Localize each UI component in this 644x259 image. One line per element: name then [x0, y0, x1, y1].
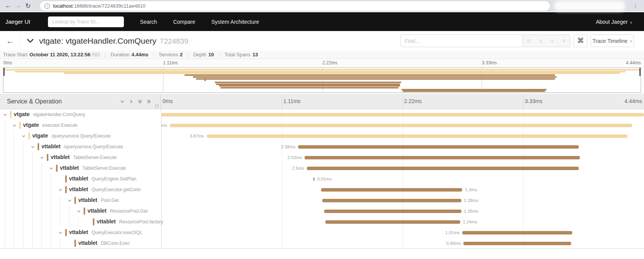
find-next-icon[interactable]: ∨ — [550, 38, 554, 44]
span-duration-bar[interactable] — [322, 199, 461, 202]
span-row-queryengine-getplan[interactable]: vttabletQueryEngine.GetPlan0.01ms — [0, 174, 644, 184]
trace-title: vtgate: vtgateHandler.ComQuery7224839 — [39, 36, 188, 46]
url-text[interactable]: localhost:16686/trace/7224839c11ae4810 — [53, 3, 145, 9]
tree-indent-guide — [60, 206, 60, 216]
operation-name: QueryEngine.GetPlan — [92, 176, 137, 182]
minimap-span-bar — [193, 76, 557, 78]
span-row-tabletserver-execute[interactable]: vttabletTabletServer.Execute2.5ms — [0, 163, 644, 174]
span-row-pool-get[interactable]: vttabletPool.Get1.28ms — [0, 195, 644, 206]
trace-view-selector[interactable]: Trace Timeline∨ — [591, 34, 634, 47]
tree-indent-guide — [14, 206, 14, 216]
span-collapse-icon[interactable] — [49, 166, 53, 170]
span-duration-bar[interactable] — [307, 167, 579, 170]
span-row--queryservice-query-execute[interactable]: vttablet/queryservice.Query/Execute2.58m… — [0, 141, 644, 152]
separator: | — [187, 52, 188, 57]
browser-extensions-blurred — [554, 1, 625, 11]
service-name: vttabletQueryEngine.GetPlan — [69, 175, 137, 182]
tree-indent-guide — [51, 195, 51, 206]
span-row--queryservice-query-execute[interactable]: vtgate/queryservice.Query/Execute3.87ms — [0, 131, 644, 141]
span-row-executor-execute[interactable]: vtgateexecutor.Executems — [0, 120, 644, 131]
span-collapse-icon[interactable] — [77, 209, 81, 213]
service-color-chip — [28, 133, 30, 139]
operation-name: TabletServer.Execute — [82, 166, 126, 171]
span-collapse-icon[interactable] — [12, 123, 16, 128]
span-duration-bar[interactable] — [324, 210, 461, 213]
minimap-span-bar — [3, 69, 641, 70]
span-duration-bar[interactable] — [313, 177, 315, 181]
span-rows-container: vtgatevtgateHandler.ComQueryvtgateexecut… — [0, 109, 644, 249]
collapse-all-icon[interactable] — [137, 99, 143, 104]
keyboard-shortcuts-button[interactable]: ⌘ — [573, 34, 588, 47]
back-to-search-button[interactable]: ← — [0, 31, 21, 51]
minimap-span-bar — [204, 80, 206, 81]
minimap-span-bar — [215, 82, 402, 83]
nav-item-search[interactable]: Search — [140, 19, 157, 25]
span-row-vtgatehandler-comquery[interactable]: vtgatevtgateHandler.ComQuery — [0, 109, 644, 120]
span-duration-bar[interactable] — [170, 124, 632, 127]
span-collapse-icon[interactable] — [31, 145, 35, 149]
trace-id-lookup-input[interactable] — [48, 16, 124, 27]
expand-all-icon[interactable] — [146, 99, 152, 104]
span-duration-bar[interactable] — [325, 220, 460, 224]
minimap-tick-label: 0ms — [3, 60, 12, 66]
find-prev-icon[interactable]: ∧ — [539, 38, 543, 44]
locate-icon[interactable]: ◎ — [527, 38, 531, 44]
collapse-one-icon[interactable] — [120, 99, 125, 104]
span-collapse-icon[interactable] — [58, 188, 63, 192]
services-label: Services — [159, 52, 178, 57]
chevron-down-icon: ∨ — [630, 39, 632, 43]
browser-forward-icon[interactable]: → — [13, 2, 23, 10]
minimap-canvas[interactable] — [3, 67, 641, 93]
tree-indent-guide — [41, 184, 42, 195]
tree-indent-guide — [14, 216, 14, 227]
find-input[interactable] — [400, 34, 523, 47]
expand-one-icon[interactable] — [128, 99, 134, 104]
span-duration-bar[interactable] — [298, 145, 579, 149]
span-duration-bar[interactable] — [462, 231, 572, 234]
service-color-chip — [10, 111, 12, 118]
span-collapse-icon[interactable] — [3, 113, 7, 117]
timeline-header-row: Service & Operation 0ms1.11ms2.22ms3.33m… — [0, 94, 644, 109]
trace-page-header: ← vtgate: vtgateHandler.ComQuery7224839 … — [0, 31, 644, 51]
span-duration-bar[interactable] — [463, 242, 571, 245]
site-info-icon[interactable]: i — [44, 3, 50, 9]
span-collapse-icon[interactable] — [40, 156, 44, 160]
span-collapse-icon[interactable] — [58, 231, 63, 235]
find-clear-icon[interactable]: ✕ — [562, 38, 566, 44]
address-bar[interactable]: i localhost:16686/trace/7224839c11ae4810 — [40, 1, 550, 11]
span-row-resourcepool-get[interactable]: vttabletResourcePool.Get1.26ms — [0, 206, 644, 216]
browser-back-icon[interactable]: ← — [3, 2, 13, 10]
span-collapse-icon[interactable] — [68, 198, 72, 203]
span-duration-label: 3.87ms — [189, 134, 204, 138]
span-row-tabletserver-execute[interactable]: vttabletTabletServer.Execute2.53ms — [0, 152, 644, 163]
span-duration-bar[interactable] — [207, 134, 628, 138]
minimap-tick-label: 1.11ms — [163, 60, 178, 66]
span-row-queryexecutor-getconn[interactable]: vttabletQueryExecutor.getConn1.3ms — [0, 184, 644, 195]
span-duration-bar[interactable] — [161, 113, 644, 116]
span-row-queryexecutor-execsql[interactable]: vttabletQueryExecutor.execSQL1.01ms — [0, 227, 644, 238]
minimap-left-drag-handle[interactable] — [3, 68, 5, 76]
browser-menu-icon[interactable]: ⋮ — [633, 3, 638, 9]
browser-reload-icon[interactable]: ↻ — [23, 2, 33, 10]
minimap-right-drag-handle[interactable] — [639, 68, 641, 76]
span-duration-bar[interactable] — [321, 188, 463, 192]
minimap-span-bar — [403, 90, 545, 92]
span-collapse-icon[interactable] — [21, 134, 26, 138]
column-resizer-grip[interactable] — [155, 104, 158, 108]
services-value: 2 — [180, 52, 183, 57]
page-bottom-filler — [0, 249, 644, 259]
service-operation-title: Service & Operation — [7, 98, 62, 105]
about-jaeger-menu[interactable]: About Jaeger∨ — [596, 19, 632, 25]
nav-item-system-architecture[interactable]: System Architecture — [211, 19, 259, 25]
span-row-resourcepool-factory[interactable]: vttabletResourcePool.factory1.24ms — [0, 216, 644, 227]
jaeger-ui-logo[interactable]: Jaeger UI — [5, 18, 30, 25]
span-row-dbconn-exec[interactable]: vttabletDBConn.Exec0.99ms — [0, 238, 644, 249]
service-name: vtgate/queryservice.Query/Execute — [32, 133, 110, 139]
collapse-trace-header-icon[interactable] — [27, 39, 34, 43]
minimap-span-bar — [64, 72, 620, 74]
service-name: vttablet/queryservice.Query/Execute — [41, 143, 123, 149]
service-color-chip — [93, 218, 94, 225]
span-duration-bar[interactable] — [305, 156, 580, 159]
operation-name: QueryExecutor.getConn — [92, 187, 141, 192]
nav-item-compare[interactable]: Compare — [173, 19, 195, 25]
